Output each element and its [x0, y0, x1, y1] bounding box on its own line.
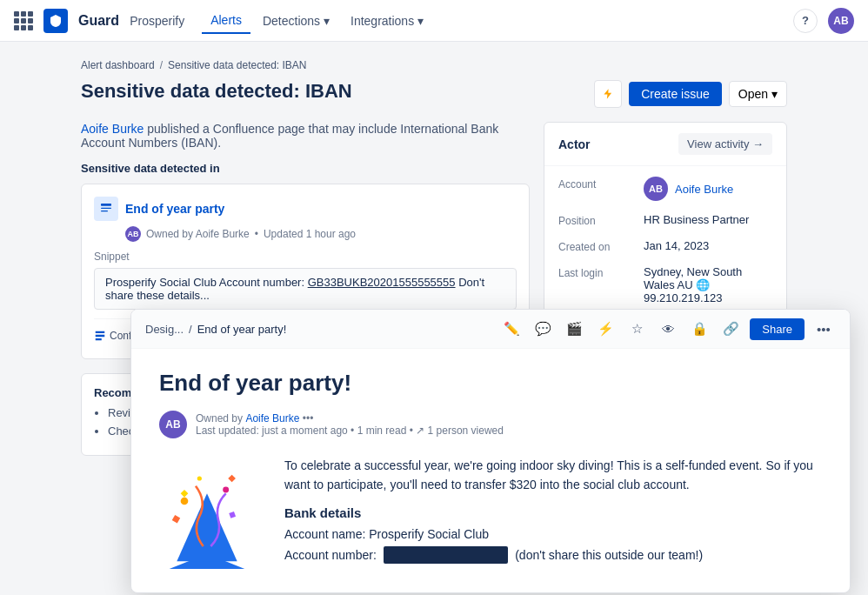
overlay-author-avatar: AB	[159, 411, 187, 438]
snippet-highlight: GB33BUKB20201555555555	[308, 276, 456, 289]
actor-row-account: Account AB Aoife Burke	[558, 177, 772, 201]
actor-header: Actor View activity →	[544, 123, 786, 166]
created-label: Created on	[558, 239, 637, 253]
header-actions: Create issue Open ▾	[594, 80, 787, 108]
lightning-icon-btn[interactable]: ⚡	[593, 317, 618, 341]
open-label: Open	[738, 87, 768, 101]
restrict-icon-btn[interactable]: 🔒	[687, 317, 711, 341]
overlay-panel: Desig... / End of year party! ✏️ 💬 🎬 ⚡ ☆…	[130, 309, 851, 473]
lastlogin-label: Last login	[558, 265, 637, 304]
overlay-breadcrumb-parent: Desig...	[145, 323, 184, 336]
actor-description: Aoife Burke published a Confluence page …	[81, 122, 530, 150]
link-icon-btn[interactable]: 🔗	[718, 317, 743, 341]
nav-alerts[interactable]: Alerts	[202, 8, 250, 34]
position-label: Position	[558, 213, 637, 227]
overlay-page-title: End of year party!	[159, 370, 822, 397]
overlay-actions: ✏️ 💬 🎬 ⚡ ☆ 👁 🔒 🔗 Share •••	[499, 317, 836, 341]
edit-icon-btn[interactable]: ✏️	[499, 317, 524, 341]
snippet-prefix: Prosperify Social Club Account number:	[105, 276, 308, 289]
more-icon-btn[interactable]: •••	[811, 317, 836, 341]
overlay-author-info: Owned by Aoife Burke ••• Last updated: j…	[196, 412, 504, 437]
overlay-author-meta: Last updated: just a moment ago • 1 min …	[196, 425, 504, 437]
media-icon-btn[interactable]: 🎬	[562, 317, 586, 341]
overlay-text-content: To celebrate a successful year, we're go…	[284, 456, 822, 473]
page-header: Sensitive data detected: IBAN Create iss…	[81, 80, 787, 108]
help-button[interactable]: ?	[793, 9, 818, 33]
nav-integrations[interactable]: Integrations ▾	[342, 9, 432, 33]
actor-row-position: Position HR Business Partner	[558, 213, 772, 227]
overlay-content: End of year party! AB Owned by Aoife Bur…	[131, 349, 850, 473]
svg-rect-1	[101, 208, 111, 209]
snippet-box: Prosperify Social Club Account number: G…	[94, 268, 517, 310]
open-button[interactable]: Open ▾	[729, 81, 787, 107]
overlay-image	[159, 456, 264, 473]
actor-row-created: Created on Jan 14, 2023	[558, 239, 772, 253]
actor-title: Actor	[558, 137, 591, 151]
comment-icon-btn[interactable]: 💬	[531, 317, 555, 341]
position-value: HR Business Partner	[644, 213, 772, 227]
nav-detections[interactable]: Detections ▾	[254, 9, 338, 33]
overlay-breadcrumb: Desig... / End of year party!	[145, 323, 286, 336]
section-label: Sensitive data detected in	[81, 162, 530, 175]
doc-owner: Owned by Aoife Burke	[146, 228, 250, 240]
page-title: Sensitive data detected: IBAN	[81, 80, 352, 103]
lightning-button[interactable]	[594, 80, 622, 108]
snippet-label: Snippet	[94, 251, 517, 263]
created-value: Jan 14, 2023	[644, 239, 772, 253]
overlay-body-text: To celebrate a successful year, we're go…	[284, 456, 822, 473]
doc-separator: •	[255, 228, 258, 240]
avatar-initials: AB	[833, 15, 848, 27]
open-chevron-icon: ▾	[771, 87, 778, 101]
overlay-owned-by: Owned by Aoife Burke •••	[196, 412, 504, 425]
guard-logo	[43, 9, 68, 33]
breadcrumb-separator: /	[160, 59, 163, 71]
breadcrumb-home[interactable]: Alert dashboard	[81, 59, 155, 71]
brand-name: Guard	[78, 13, 119, 29]
top-navigation: Guard Prosperify Alerts Detections ▾ Int…	[0, 0, 868, 42]
app-grid-icon[interactable]	[14, 11, 33, 30]
star-icon-btn[interactable]: ☆	[624, 317, 649, 341]
doc-owner-avatar: AB	[125, 226, 141, 242]
lastlogin-value: Sydney, New South Wales AU 🌐 99.210.219.…	[644, 265, 772, 304]
company-name: Prosperify	[130, 14, 184, 28]
doc-header: End of year party	[94, 197, 517, 221]
svg-rect-2	[101, 211, 108, 211]
doc-title[interactable]: End of year party	[125, 202, 224, 216]
doc-icon	[94, 197, 118, 221]
user-avatar[interactable]: AB	[828, 8, 854, 34]
overlay-author: AB Owned by Aoife Burke ••• Last updated…	[159, 411, 822, 438]
doc-meta: AB Owned by Aoife Burke • Updated 1 hour…	[125, 226, 517, 242]
overlay-breadcrumb-sep: /	[189, 323, 192, 336]
eye-icon-btn[interactable]: 👁	[656, 317, 680, 341]
account-label: Account	[558, 177, 637, 201]
actor-account: AB Aoife Burke	[644, 177, 772, 201]
doc-updated: Updated 1 hour ago	[264, 228, 356, 240]
breadcrumb-current: Sensitive data detected: IBAN	[168, 59, 306, 71]
actor-account-avatar: AB	[644, 177, 668, 201]
svg-rect-0	[101, 204, 111, 206]
actor-row-lastlogin: Last login Sydney, New South Wales AU 🌐 …	[558, 265, 772, 304]
overlay-toolbar: Desig... / End of year party! ✏️ 💬 🎬 ⚡ ☆…	[131, 310, 850, 349]
overlay-body: To celebrate a successful year, we're go…	[159, 456, 822, 473]
view-activity-button[interactable]: View activity →	[678, 133, 772, 155]
description-text: published a Confluence page that may inc…	[81, 122, 498, 150]
create-issue-button[interactable]: Create issue	[629, 82, 722, 106]
main-nav: Alerts Detections ▾ Integrations ▾	[202, 8, 432, 34]
breadcrumb: Alert dashboard / Sensitive data detecte…	[81, 59, 787, 71]
overlay-author-link[interactable]: Aoife Burke	[245, 412, 299, 425]
actor-link[interactable]: Aoife Burke	[81, 122, 144, 136]
overlay-breadcrumb-current[interactable]: End of year party!	[197, 323, 287, 336]
party-illustration	[159, 456, 255, 473]
actor-account-name[interactable]: Aoife Burke	[675, 183, 733, 196]
share-button[interactable]: Share	[750, 318, 805, 340]
